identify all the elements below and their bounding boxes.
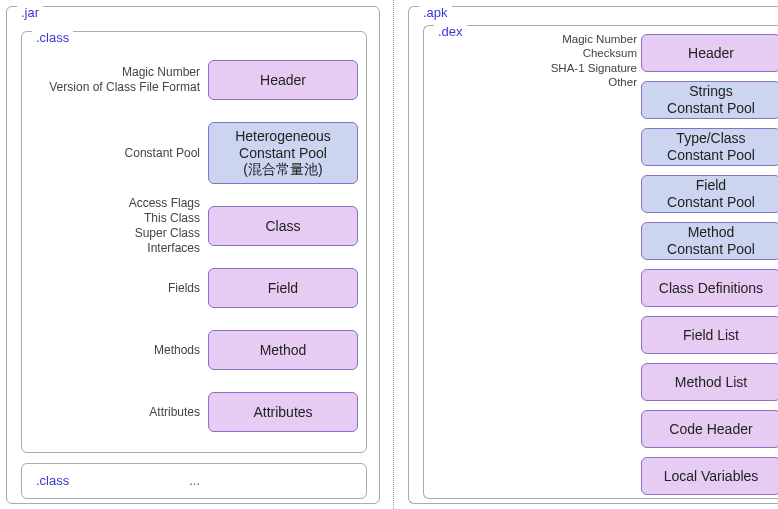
dex-box: Header	[641, 34, 778, 72]
dex-box: Type/ClassConstant Pool	[641, 128, 778, 166]
apk-panel: .apk .dex Magic Number Checksum SHA-1 Si…	[408, 6, 778, 504]
class-row: AttributesAttributes	[22, 392, 358, 432]
dex-panel: .dex Magic Number Checksum SHA-1 Signatu…	[423, 25, 778, 499]
class-extra-label: .class	[36, 473, 69, 488]
dex-box: FieldConstant Pool	[641, 175, 778, 213]
class-row: Access Flags This Class Super Class Inte…	[22, 206, 358, 246]
dex-box: Class Definitions	[641, 269, 778, 307]
row-desc: Magic Number Version of Class File Forma…	[49, 65, 200, 95]
ellipsis: ...	[189, 473, 200, 488]
apk-label: .apk	[419, 5, 452, 20]
class-row: MethodsMethod	[22, 330, 358, 370]
row-desc: Constant Pool	[125, 146, 200, 161]
dex-box: Local Variables	[641, 457, 778, 495]
vertical-divider	[393, 0, 394, 509]
jar-panel: .jar .class Magic Number Version of Clas…	[6, 6, 380, 504]
dex-label: .dex	[434, 24, 467, 39]
row-box: Attributes	[208, 392, 358, 432]
row-desc: Methods	[154, 343, 200, 358]
dex-box: Method List	[641, 363, 778, 401]
row-desc: Fields	[168, 281, 200, 296]
dex-box: Code Header	[641, 410, 778, 448]
dex-box: Field List	[641, 316, 778, 354]
jar-label: .jar	[17, 5, 43, 20]
dex-box: MethodConstant Pool	[641, 222, 778, 260]
class-panel: .class Magic Number Version of Class Fil…	[21, 31, 367, 453]
row-box: Class	[208, 206, 358, 246]
row-box: Method	[208, 330, 358, 370]
class-extra-panel: .class ...	[21, 463, 367, 499]
class-row: Magic Number Version of Class File Forma…	[22, 60, 358, 100]
row-desc: Attributes	[149, 405, 200, 420]
dex-box: StringsConstant Pool	[641, 81, 778, 119]
class-row: FieldsField	[22, 268, 358, 308]
dex-side-desc: Magic Number Checksum SHA-1 Signature Ot…	[551, 32, 637, 90]
row-box: Header	[208, 60, 358, 100]
class-label: .class	[32, 30, 73, 45]
row-box: HeterogeneousConstant Pool(混合常量池)	[208, 122, 358, 184]
class-row: Constant PoolHeterogeneousConstant Pool(…	[22, 122, 358, 184]
row-desc: Access Flags This Class Super Class Inte…	[129, 196, 200, 256]
row-box: Field	[208, 268, 358, 308]
